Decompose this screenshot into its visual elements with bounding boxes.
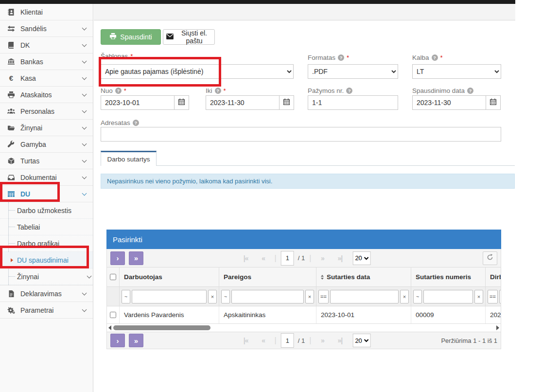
first-page-button[interactable]: |« — [239, 334, 253, 347]
table-row[interactable]: Vardenis Pavardenis Apskaitininkas 2023-… — [106, 306, 501, 324]
kalba-label: Kalba* — [412, 54, 443, 61]
dotted-stub — [9, 227, 15, 227]
sidebar-item-parametrai[interactable]: Parametrai — [0, 302, 93, 319]
filter-clear-button[interactable]: × — [400, 290, 409, 303]
column-header-sutarties-data[interactable]: Sutarties data — [316, 267, 411, 286]
refresh-icon — [487, 254, 493, 262]
sort-icon[interactable] — [321, 273, 324, 281]
sidebar-item-sandelis[interactable]: Sandėlis — [0, 20, 93, 37]
transfer-icon — [6, 25, 16, 33]
filter-op-button[interactable]: == — [318, 290, 329, 303]
help-icon[interactable] — [432, 54, 438, 61]
spausdinimo-data-calendar-button[interactable] — [486, 95, 501, 110]
next-page-button[interactable]: » — [315, 252, 330, 265]
sidebar-item-dk[interactable]: DK — [0, 37, 93, 53]
help-icon[interactable] — [215, 88, 221, 94]
filter-input-dirba[interactable] — [499, 290, 501, 303]
sablonas-select[interactable]: Apie gautas pajamas (išplėstinė) — [101, 64, 294, 79]
help-icon[interactable] — [133, 120, 139, 126]
prev-page-button[interactable]: « — [256, 334, 271, 347]
filter-clear-button[interactable]: × — [474, 290, 483, 303]
next-page-button[interactable]: » — [315, 334, 330, 347]
formatas-select[interactable]: .PDF — [308, 64, 398, 79]
file-icon — [6, 290, 16, 298]
tab-darbo-sutartys[interactable]: Darbo sutartys — [101, 151, 157, 166]
select-all-button[interactable]: » — [129, 334, 143, 347]
page-size-select[interactable]: 20 — [352, 251, 370, 265]
page-number-input[interactable] — [281, 333, 294, 348]
filter-clear-button[interactable]: × — [208, 290, 217, 303]
inbox-icon — [6, 174, 16, 181]
page-number-input[interactable] — [281, 251, 294, 266]
filter-input-darbuotojas[interactable] — [132, 290, 207, 303]
select-page-button[interactable]: › — [110, 251, 125, 265]
help-icon[interactable] — [346, 88, 352, 94]
scroll-left-arrow[interactable] — [108, 325, 111, 330]
sidebar-item-du[interactable]: DU — [0, 186, 93, 202]
nuo-calendar-button[interactable] — [174, 95, 189, 110]
sidebar-item-dokumentai[interactable]: Dokumentai — [0, 169, 93, 186]
kalba-select[interactable]: LT — [412, 64, 501, 79]
chevron-down-icon — [82, 308, 87, 313]
users-icon — [6, 107, 16, 115]
sidebar-item-bankas[interactable]: Bankas — [0, 53, 93, 70]
nuo-input[interactable] — [101, 95, 175, 110]
last-page-button[interactable]: »| — [332, 252, 347, 265]
sidebar-subitem-du-spausdinimai[interactable]: DU spausdinimai — [0, 252, 93, 268]
pager-separator — [275, 254, 277, 263]
row-checkbox[interactable] — [110, 312, 116, 318]
last-page-button[interactable]: »| — [332, 334, 347, 347]
help-icon[interactable] — [467, 88, 473, 94]
column-header-darbuotojas[interactable]: Darbuotojas — [120, 267, 219, 286]
scrollbar-thumb[interactable] — [113, 325, 210, 330]
prev-page-button[interactable]: « — [256, 252, 271, 265]
dotted-stub — [9, 276, 15, 277]
filter-input-pareigos[interactable] — [231, 290, 304, 303]
first-page-button[interactable]: |« — [239, 252, 253, 265]
iki-input[interactable] — [206, 95, 280, 110]
pazymos-nr-input[interactable] — [308, 95, 398, 110]
filter-input-sutarties-numeris[interactable] — [423, 290, 473, 303]
sidebar-item-gamyba[interactable]: Gamyba — [0, 136, 93, 153]
sidebar-item-turtas[interactable]: Turtas — [0, 153, 93, 169]
adresatas-input[interactable] — [101, 127, 501, 142]
column-header-sutarties-numeris[interactable]: Sutarties numeris — [411, 267, 486, 286]
sidebar-item-ataskaitos[interactable]: Ataskaitos — [0, 87, 93, 103]
filter-op-button[interactable]: ~ — [413, 290, 422, 303]
sidebar-item-kasa[interactable]: Kasa — [0, 70, 93, 87]
send-email-button[interactable]: Siųsti el. paštu — [163, 29, 215, 45]
print-button[interactable]: Spausdinti — [101, 29, 161, 45]
sidebar-item-klientai[interactable]: Klientai — [0, 4, 93, 20]
help-icon[interactable] — [115, 88, 122, 94]
filter-op-button[interactable]: ~ — [221, 290, 230, 303]
formatas-label: Formatas* — [308, 54, 349, 61]
horizontal-scrollbar[interactable] — [106, 324, 501, 332]
sidebar-item-deklaravimas[interactable]: Deklaravimas — [0, 285, 93, 302]
page-size-select[interactable]: 20 — [352, 334, 370, 347]
sidebar-subitem-tabeliai[interactable]: Tabeliai — [0, 219, 93, 235]
wrench-icon — [6, 141, 16, 148]
spausdinimo-data-input[interactable] — [412, 95, 486, 110]
scroll-right-arrow[interactable] — [496, 325, 499, 330]
sidebar-subitem-darbo-uzmokestis[interactable]: Darbo užmokestis — [0, 202, 93, 219]
filter-op-button[interactable]: == — [488, 290, 498, 303]
filter-clear-button[interactable]: × — [305, 290, 314, 303]
sidebar-subitem-darbo-grafikai[interactable]: Darbo grafikai — [0, 235, 93, 252]
refresh-button[interactable] — [483, 251, 497, 265]
calendar-icon — [283, 98, 290, 107]
filter-input-sutarties-data[interactable] — [330, 290, 399, 303]
select-page-button[interactable]: › — [110, 334, 125, 347]
column-header-dirba[interactable]: Dirba — [486, 267, 501, 286]
column-header-pareigos[interactable]: Pareigos — [219, 267, 316, 286]
iki-calendar-button[interactable] — [279, 95, 294, 110]
sidebar-item-personalas[interactable]: Personalas — [0, 103, 93, 120]
help-icon[interactable] — [338, 54, 344, 61]
pager-separator — [309, 336, 311, 345]
sidebar-subitem-zinynai[interactable]: Žinynai — [0, 268, 93, 285]
sidebar-item-zinynai[interactable]: Žinynai — [0, 120, 93, 136]
filter-op-button[interactable]: ~ — [122, 290, 130, 303]
select-all-checkbox[interactable] — [110, 274, 116, 280]
iki-label: Iki* — [206, 87, 226, 94]
select-all-button[interactable]: » — [129, 251, 143, 265]
content-header-band — [94, 4, 515, 20]
